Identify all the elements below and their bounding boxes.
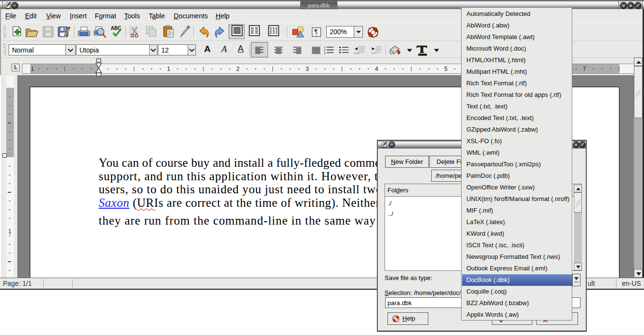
svg-text:3: 3 [324,52,325,54]
